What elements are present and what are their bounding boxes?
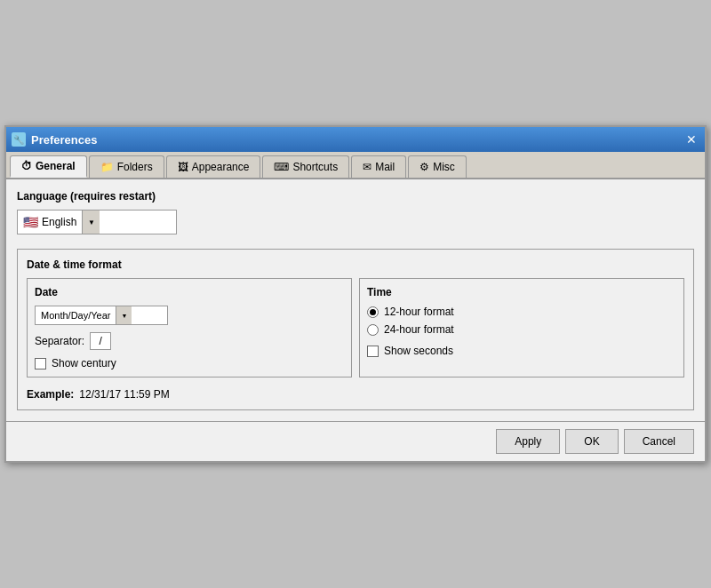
datetime-section: Date & time format Date Month/Day/Year ▼	[17, 249, 694, 410]
shortcuts-tab-icon: ⌨	[274, 161, 289, 173]
misc-tab-icon: ⚙	[419, 161, 429, 173]
date-format-row: Month/Day/Year ▼	[35, 306, 344, 325]
language-value: English	[42, 216, 76, 228]
tab-appearance-label: Appearance	[192, 161, 250, 173]
show-century-checkbox[interactable]	[35, 358, 46, 369]
cancel-button[interactable]: Cancel	[624, 429, 694, 454]
show-seconds-label: Show seconds	[384, 345, 453, 357]
24-hour-label: 24-hour format	[384, 323, 454, 336]
show-seconds-checkbox[interactable]	[367, 346, 379, 357]
tab-general-label: General	[36, 160, 76, 172]
mail-tab-icon: ✉	[363, 161, 371, 173]
example-label: Example:	[27, 388, 74, 401]
datetime-inner: Date Month/Day/Year ▼ Separator:	[27, 278, 684, 377]
tabs-bar: ⏱ General 📁 Folders 🖼 Appearance ⌨ Short…	[6, 152, 705, 179]
separator-label: Separator:	[35, 335, 84, 347]
general-tab-icon: ⏱	[21, 160, 32, 172]
tab-shortcuts-label: Shortcuts	[292, 161, 338, 173]
content-area: Language (requires restart) 🇺🇸 English ▼…	[6, 179, 705, 421]
separator-row: Separator:	[35, 332, 344, 350]
tab-shortcuts[interactable]: ⌨ Shortcuts	[262, 155, 349, 178]
tab-misc[interactable]: ⚙ Misc	[408, 155, 467, 178]
show-century-row: Show century	[35, 357, 344, 369]
title-bar-left: 🔧 Preferences	[12, 132, 97, 147]
tab-general[interactable]: ⏱ General	[10, 155, 87, 178]
tab-mail[interactable]: ✉ Mail	[351, 155, 406, 178]
bottom-bar: Apply OK Cancel	[6, 421, 705, 461]
appearance-tab-icon: 🖼	[178, 161, 188, 173]
datetime-section-label: Date & time format	[27, 258, 684, 271]
date-format-dropdown[interactable]: Month/Day/Year ▼	[35, 306, 168, 325]
folders-tab-icon: 📁	[100, 161, 114, 173]
close-button[interactable]: ✕	[683, 131, 699, 147]
language-section-label: Language (requires restart)	[17, 190, 694, 203]
title-bar: 🔧 Preferences ✕	[6, 127, 705, 152]
time-box-title: Time	[367, 286, 676, 298]
ok-button[interactable]: OK	[565, 429, 618, 454]
24-hour-row: 24-hour format	[367, 323, 676, 336]
language-dropdown-arrow[interactable]: ▼	[82, 211, 100, 234]
tab-misc-label: Misc	[433, 161, 455, 173]
flag-icon: 🇺🇸	[23, 215, 38, 229]
language-flag-area: 🇺🇸 English	[18, 215, 82, 229]
12-hour-radio[interactable]	[367, 306, 379, 318]
date-format-value: Month/Day/Year	[36, 310, 116, 321]
language-section: Language (requires restart) 🇺🇸 English ▼	[17, 190, 694, 234]
date-format-arrow[interactable]: ▼	[116, 306, 132, 324]
window-title: Preferences	[31, 133, 97, 147]
separator-input[interactable]	[90, 332, 111, 350]
show-seconds-row: Show seconds	[367, 345, 676, 357]
example-row: Example: 12/31/17 11:59 PM	[27, 388, 684, 401]
show-seconds-checkbox-row: Show seconds	[367, 345, 676, 357]
apply-button[interactable]: Apply	[496, 429, 560, 454]
time-box: Time 12-hour format 24-hour format	[359, 278, 684, 377]
show-century-label: Show century	[52, 357, 116, 369]
language-row: 🇺🇸 English ▼	[17, 210, 694, 234]
24-hour-radio[interactable]	[367, 324, 379, 336]
preferences-window: 🔧 Preferences ✕ ⏱ General 📁 Folders 🖼 Ap…	[4, 125, 707, 463]
date-box: Date Month/Day/Year ▼ Separator:	[27, 278, 352, 377]
window-icon: 🔧	[12, 132, 26, 147]
tab-appearance[interactable]: 🖼 Appearance	[166, 155, 261, 178]
tab-folders[interactable]: 📁 Folders	[89, 155, 164, 178]
tab-mail-label: Mail	[375, 161, 395, 173]
12-hour-row: 12-hour format	[367, 306, 676, 318]
example-value: 12/31/17 11:59 PM	[79, 388, 169, 401]
date-box-title: Date	[35, 286, 344, 298]
tab-folders-label: Folders	[117, 161, 153, 173]
language-dropdown[interactable]: 🇺🇸 English ▼	[17, 210, 177, 234]
12-hour-label: 12-hour format	[384, 306, 454, 318]
